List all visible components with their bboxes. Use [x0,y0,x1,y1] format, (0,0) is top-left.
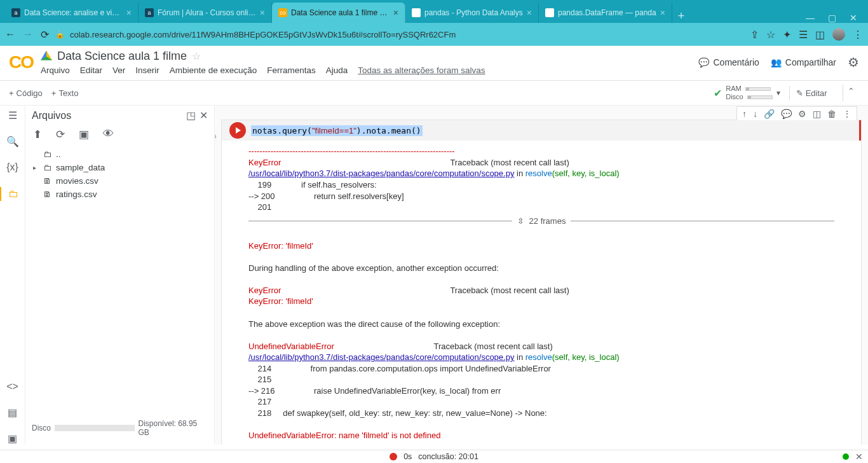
exec-time: 0s [215,133,217,139]
upload-icon[interactable]: ⬆ [33,128,42,141]
tree-file[interactable]: 🗎 movies.csv [32,174,208,188]
menu-ferramentas[interactable]: Ferramentas [267,66,316,75]
back-icon[interactable]: ← [5,29,15,41]
maximize-icon[interactable]: ▢ [822,13,841,23]
chevron-down-icon[interactable]: ▾ [776,88,780,97]
tree-parent[interactable]: 🗀 .. [32,148,208,161]
error-indicator: 0s [215,123,217,139]
frames-expander[interactable]: ⇳22 frames [248,216,834,227]
code-input[interactable]: notas.query("filmeId==1").nota.mean() [251,125,423,136]
comment-cell-icon[interactable]: 💬 [781,109,792,119]
browser-tab[interactable]: | |pandas - Python Data Analys× [405,3,539,23]
share-url-icon[interactable]: ⇪ [750,29,759,41]
reading-list-icon[interactable]: ☰ [799,29,808,41]
browser-tab[interactable]: | |pandas.DataFrame — panda× [539,3,672,23]
more-cell-icon[interactable]: ⋮ [843,109,851,119]
new-tab-button[interactable]: + [672,10,690,23]
status-bar: 0s conclusão: 20:01 ✕ [0,450,868,463]
star-icon[interactable]: ☆ [766,29,775,41]
favicon-icon: | | [545,8,554,17]
star-doc-icon[interactable]: ☆ [192,50,201,62]
close-icon[interactable]: × [260,8,265,18]
minimize-icon[interactable]: — [801,13,820,23]
close-icon[interactable]: × [126,8,132,18]
menu-ajuda[interactable]: Ajuda [326,66,348,75]
refresh-icon[interactable]: ⟳ [56,128,65,141]
menu-ver[interactable]: Ver [112,66,125,75]
close-icon[interactable]: × [527,8,532,18]
add-text-button[interactable]: + Texto [51,88,79,98]
menu-arquivo[interactable]: Arquivo [41,66,70,75]
command-palette-icon[interactable]: ▤ [8,406,17,418]
terminal-icon[interactable]: ▣ [8,432,17,445]
colab-logo-icon[interactable]: CO [9,52,33,73]
edit-button[interactable]: ✎ Editar [789,86,834,100]
forward-icon[interactable]: → [23,29,33,41]
files-icon[interactable]: 🗀 [0,187,25,201]
run-button[interactable] [229,122,246,139]
link-cell-icon[interactable]: 🔗 [764,109,775,119]
comment-button[interactable]: 💬 Comentário [698,57,759,67]
collapse-button[interactable]: ˆ [843,85,859,101]
add-code-button[interactable]: + Código [9,88,43,98]
menu-bar: Arquivo Editar Ver Inserir Ambiente de e… [41,66,691,80]
menu-icon[interactable]: ⋮ [853,29,863,41]
menu-inserir[interactable]: Inserir [135,66,159,75]
mirror-cell-icon[interactable]: ◫ [813,109,821,119]
gear-icon[interactable]: ⚙ [848,55,859,70]
status-close-icon[interactable]: ✕ [855,452,863,462]
reload-icon[interactable]: ⟳ [41,29,49,41]
colab-icon: co [278,8,287,17]
menu-editar[interactable]: Editar [80,66,102,75]
profile-avatar[interactable] [832,28,845,41]
check-icon: ✔ [714,87,722,99]
notebook-toolbar: + Código + Texto ✔ RAM Disco ▾ ✎ Editar … [0,81,868,106]
code-cell[interactable]: ↑ ↓ 🔗 💬 ⚙ ◫ 🗑 ⋮ 0s notas.query("filmeId=… [221,120,862,445]
status-completion: conclusão: 20:01 [418,452,478,461]
delete-cell-icon[interactable]: 🗑 [827,109,836,119]
cell-toolbar: ↑ ↓ 🔗 💬 ⚙ ◫ 🗑 ⋮ [736,106,857,121]
share-button[interactable]: 👥 Compartilhar [771,57,836,67]
status-error-icon [390,453,397,460]
cell-input: notas.query("filmeId==1").nota.mean() [222,120,861,141]
browser-tab[interactable]: aData Science: analise e visua× [5,3,139,23]
move-up-icon[interactable]: ↑ [742,109,747,119]
file-tree: 🗀 .. ▸🗀 sample_data 🗎 movies.csv 🗎 ratin… [32,148,208,201]
doc-title[interactable]: Data Science aula 1 filme [57,50,187,63]
close-icon[interactable]: × [393,8,398,18]
move-down-icon[interactable]: ↓ [753,109,757,119]
toc-icon[interactable]: ☰ [8,109,17,121]
url-field[interactable]: 🔒 colab.research.google.com/drive/11fW9A… [55,30,744,39]
browser-tab-active[interactable]: coData Science aula 1 filme - Co× [272,3,405,23]
disk-usage-bar [55,425,135,431]
tree-file[interactable]: 🗎 ratings.csv [32,188,208,201]
menu-runtime[interactable]: Ambiente de execução [170,66,257,75]
code-snippets-icon[interactable]: <> [6,381,18,392]
tree-folder[interactable]: ▸🗀 sample_data [32,161,208,174]
favicon-icon: | | [412,8,421,17]
extensions-icon[interactable]: ✦ [783,29,791,41]
sidepanel-icon[interactable]: ◫ [815,29,825,41]
notebook-main[interactable]: ↑ ↓ 🔗 💬 ⚙ ◫ 🗑 ⋮ 0s notas.query("filmeId=… [215,106,868,445]
files-panel: Arquivos ◳ ✕ ⬆ ⟳ ▣ 👁 🗀 .. ▸🗀 sample_data… [25,106,215,445]
save-status[interactable]: Todas as alterações foram salvas [358,66,485,75]
search-icon[interactable]: 🔍 [6,135,19,148]
visibility-off-icon[interactable]: 👁 [103,128,114,141]
window-controls: — ▢ ✕ [801,13,863,23]
close-window-icon[interactable]: ✕ [844,13,863,23]
files-title: Arquivos [32,110,71,121]
resources-indicator[interactable]: ✔ RAM Disco ▾ [714,85,780,101]
status-connected-icon [843,453,849,460]
panel-popout-icon[interactable]: ◳ [186,109,196,121]
variables-icon[interactable]: {x} [6,162,18,173]
settings-cell-icon[interactable]: ⚙ [798,109,806,119]
panel-close-icon[interactable]: ✕ [200,109,208,121]
left-rail: ☰ 🔍 {x} 🗀 <> ▤ ▣ [0,106,25,445]
drive-icon [41,51,52,62]
close-icon[interactable]: × [660,8,665,18]
browser-tabstrip: aData Science: analise e visua× aFórum |… [0,0,868,23]
address-bar: ← → ⟳ 🔒 colab.research.google.com/drive/… [0,23,868,46]
disk-usage: Disco Disponível: 68.95 GB [32,415,208,441]
mount-drive-icon[interactable]: ▣ [79,128,89,141]
browser-tab[interactable]: aFórum | Alura - Cursos online× [139,3,272,23]
